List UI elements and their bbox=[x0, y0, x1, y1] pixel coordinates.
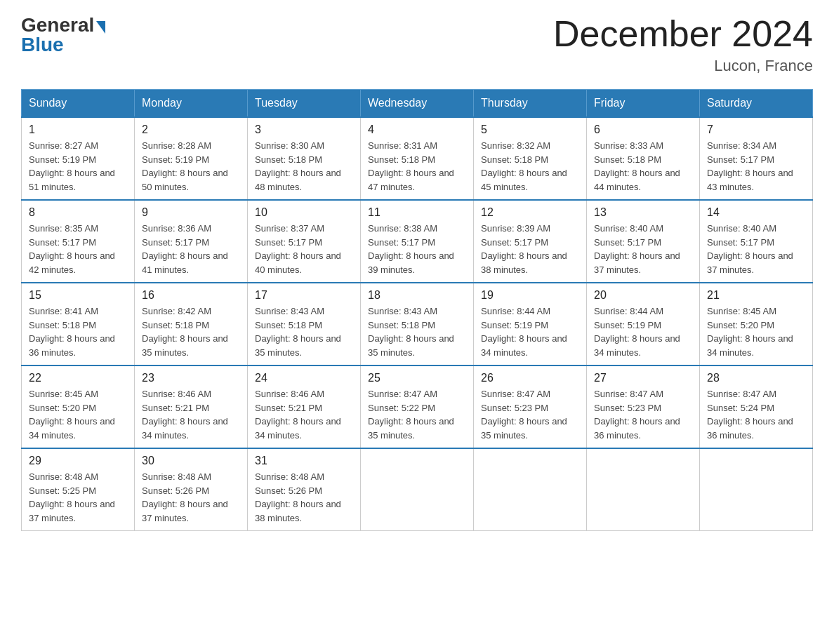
calendar-cell: 13 Sunrise: 8:40 AM Sunset: 5:17 PM Dayl… bbox=[587, 200, 700, 283]
page-header: General Blue December 2024 Lucon, France bbox=[21, 14, 813, 75]
calendar-cell: 3 Sunrise: 8:30 AM Sunset: 5:18 PM Dayli… bbox=[248, 117, 361, 200]
day-number: 26 bbox=[481, 372, 579, 384]
day-info: Sunrise: 8:38 AM Sunset: 5:17 PM Dayligh… bbox=[368, 222, 466, 276]
calendar-cell: 14 Sunrise: 8:40 AM Sunset: 5:17 PM Dayl… bbox=[700, 200, 813, 283]
calendar-cell: 10 Sunrise: 8:37 AM Sunset: 5:17 PM Dayl… bbox=[248, 200, 361, 283]
day-number: 24 bbox=[255, 372, 353, 384]
day-info: Sunrise: 8:37 AM Sunset: 5:17 PM Dayligh… bbox=[255, 222, 353, 276]
day-number: 21 bbox=[707, 289, 805, 302]
header-saturday: Saturday bbox=[700, 90, 813, 118]
calendar-cell: 27 Sunrise: 8:47 AM Sunset: 5:23 PM Dayl… bbox=[587, 365, 700, 448]
calendar-cell: 25 Sunrise: 8:47 AM Sunset: 5:22 PM Dayl… bbox=[361, 365, 474, 448]
calendar-cell: 28 Sunrise: 8:47 AM Sunset: 5:24 PM Dayl… bbox=[700, 365, 813, 448]
calendar-cell: 23 Sunrise: 8:46 AM Sunset: 5:21 PM Dayl… bbox=[135, 365, 248, 448]
day-info: Sunrise: 8:34 AM Sunset: 5:17 PM Dayligh… bbox=[707, 139, 805, 194]
day-number: 8 bbox=[29, 206, 127, 219]
calendar-cell bbox=[361, 448, 474, 531]
calendar-subtitle: Lucon, France bbox=[553, 57, 813, 75]
day-info: Sunrise: 8:36 AM Sunset: 5:17 PM Dayligh… bbox=[142, 222, 240, 276]
day-info: Sunrise: 8:47 AM Sunset: 5:24 PM Dayligh… bbox=[707, 387, 805, 442]
day-info: Sunrise: 8:48 AM Sunset: 5:26 PM Dayligh… bbox=[255, 470, 353, 525]
day-info: Sunrise: 8:45 AM Sunset: 5:20 PM Dayligh… bbox=[707, 304, 805, 359]
day-number: 12 bbox=[481, 206, 579, 219]
calendar-cell: 2 Sunrise: 8:28 AM Sunset: 5:19 PM Dayli… bbox=[135, 117, 248, 200]
calendar-title: December 2024 bbox=[553, 14, 813, 54]
calendar-cell: 6 Sunrise: 8:33 AM Sunset: 5:18 PM Dayli… bbox=[587, 117, 700, 200]
day-number: 3 bbox=[255, 123, 353, 136]
day-info: Sunrise: 8:47 AM Sunset: 5:22 PM Dayligh… bbox=[368, 387, 466, 442]
day-info: Sunrise: 8:48 AM Sunset: 5:25 PM Dayligh… bbox=[29, 470, 127, 525]
day-info: Sunrise: 8:40 AM Sunset: 5:17 PM Dayligh… bbox=[594, 222, 692, 276]
day-number: 13 bbox=[594, 206, 692, 219]
day-info: Sunrise: 8:31 AM Sunset: 5:18 PM Dayligh… bbox=[368, 139, 466, 194]
day-number: 17 bbox=[255, 289, 353, 302]
header-friday: Friday bbox=[587, 90, 700, 118]
day-info: Sunrise: 8:44 AM Sunset: 5:19 PM Dayligh… bbox=[481, 304, 579, 359]
day-number: 14 bbox=[707, 206, 805, 219]
day-info: Sunrise: 8:27 AM Sunset: 5:19 PM Dayligh… bbox=[29, 139, 127, 194]
day-number: 23 bbox=[142, 372, 240, 384]
day-number: 9 bbox=[142, 206, 240, 219]
calendar-cell: 1 Sunrise: 8:27 AM Sunset: 5:19 PM Dayli… bbox=[22, 117, 135, 200]
day-info: Sunrise: 8:28 AM Sunset: 5:19 PM Dayligh… bbox=[142, 139, 240, 194]
day-number: 18 bbox=[368, 289, 466, 302]
day-info: Sunrise: 8:42 AM Sunset: 5:18 PM Dayligh… bbox=[142, 304, 240, 359]
day-info: Sunrise: 8:46 AM Sunset: 5:21 PM Dayligh… bbox=[142, 387, 240, 442]
calendar-cell: 7 Sunrise: 8:34 AM Sunset: 5:17 PM Dayli… bbox=[700, 117, 813, 200]
calendar-cell: 9 Sunrise: 8:36 AM Sunset: 5:17 PM Dayli… bbox=[135, 200, 248, 283]
day-info: Sunrise: 8:30 AM Sunset: 5:18 PM Dayligh… bbox=[255, 139, 353, 194]
calendar-cell: 11 Sunrise: 8:38 AM Sunset: 5:17 PM Dayl… bbox=[361, 200, 474, 283]
day-number: 31 bbox=[255, 455, 353, 467]
calendar-header-row: Sunday Monday Tuesday Wednesday Thursday… bbox=[22, 90, 813, 118]
day-info: Sunrise: 8:35 AM Sunset: 5:17 PM Dayligh… bbox=[29, 222, 127, 276]
day-number: 7 bbox=[707, 123, 805, 136]
calendar-cell: 31 Sunrise: 8:48 AM Sunset: 5:26 PM Dayl… bbox=[248, 448, 361, 531]
day-number: 16 bbox=[142, 289, 240, 302]
day-info: Sunrise: 8:41 AM Sunset: 5:18 PM Dayligh… bbox=[29, 304, 127, 359]
header-sunday: Sunday bbox=[22, 90, 135, 118]
day-info: Sunrise: 8:48 AM Sunset: 5:26 PM Dayligh… bbox=[142, 470, 240, 525]
calendar-cell bbox=[474, 448, 587, 531]
day-info: Sunrise: 8:47 AM Sunset: 5:23 PM Dayligh… bbox=[481, 387, 579, 442]
calendar-cell bbox=[587, 448, 700, 531]
calendar-cell: 16 Sunrise: 8:42 AM Sunset: 5:18 PM Dayl… bbox=[135, 283, 248, 365]
calendar-cell: 22 Sunrise: 8:45 AM Sunset: 5:20 PM Dayl… bbox=[22, 365, 135, 448]
day-number: 22 bbox=[29, 372, 127, 384]
day-number: 15 bbox=[29, 289, 127, 302]
day-number: 30 bbox=[142, 455, 240, 467]
calendar-cell: 8 Sunrise: 8:35 AM Sunset: 5:17 PM Dayli… bbox=[22, 200, 135, 283]
day-number: 29 bbox=[29, 455, 127, 467]
calendar-cell: 4 Sunrise: 8:31 AM Sunset: 5:18 PM Dayli… bbox=[361, 117, 474, 200]
day-number: 4 bbox=[368, 123, 466, 136]
day-info: Sunrise: 8:47 AM Sunset: 5:23 PM Dayligh… bbox=[594, 387, 692, 442]
logo-triangle-icon bbox=[96, 21, 105, 34]
day-info: Sunrise: 8:39 AM Sunset: 5:17 PM Dayligh… bbox=[481, 222, 579, 276]
header-monday: Monday bbox=[135, 90, 248, 118]
day-number: 1 bbox=[29, 123, 127, 136]
calendar-week-1: 1 Sunrise: 8:27 AM Sunset: 5:19 PM Dayli… bbox=[22, 117, 813, 200]
day-info: Sunrise: 8:46 AM Sunset: 5:21 PM Dayligh… bbox=[255, 387, 353, 442]
calendar-cell: 15 Sunrise: 8:41 AM Sunset: 5:18 PM Dayl… bbox=[22, 283, 135, 365]
calendar-cell: 21 Sunrise: 8:45 AM Sunset: 5:20 PM Dayl… bbox=[700, 283, 813, 365]
header-thursday: Thursday bbox=[474, 90, 587, 118]
day-info: Sunrise: 8:43 AM Sunset: 5:18 PM Dayligh… bbox=[255, 304, 353, 359]
calendar-cell: 18 Sunrise: 8:43 AM Sunset: 5:18 PM Dayl… bbox=[361, 283, 474, 365]
calendar-cell: 29 Sunrise: 8:48 AM Sunset: 5:25 PM Dayl… bbox=[22, 448, 135, 531]
day-number: 20 bbox=[594, 289, 692, 302]
day-info: Sunrise: 8:32 AM Sunset: 5:18 PM Dayligh… bbox=[481, 139, 579, 194]
calendar-cell: 20 Sunrise: 8:44 AM Sunset: 5:19 PM Dayl… bbox=[587, 283, 700, 365]
calendar-cell: 12 Sunrise: 8:39 AM Sunset: 5:17 PM Dayl… bbox=[474, 200, 587, 283]
calendar-week-3: 15 Sunrise: 8:41 AM Sunset: 5:18 PM Dayl… bbox=[22, 283, 813, 365]
calendar-week-5: 29 Sunrise: 8:48 AM Sunset: 5:25 PM Dayl… bbox=[22, 448, 813, 531]
header-wednesday: Wednesday bbox=[361, 90, 474, 118]
calendar-cell: 5 Sunrise: 8:32 AM Sunset: 5:18 PM Dayli… bbox=[474, 117, 587, 200]
day-number: 6 bbox=[594, 123, 692, 136]
day-number: 10 bbox=[255, 206, 353, 219]
logo-blue-text: Blue bbox=[21, 34, 64, 56]
calendar-week-4: 22 Sunrise: 8:45 AM Sunset: 5:20 PM Dayl… bbox=[22, 365, 813, 448]
day-number: 11 bbox=[368, 206, 466, 219]
day-number: 25 bbox=[368, 372, 466, 384]
calendar-cell: 19 Sunrise: 8:44 AM Sunset: 5:19 PM Dayl… bbox=[474, 283, 587, 365]
logo: General Blue bbox=[21, 14, 105, 56]
calendar-table: Sunday Monday Tuesday Wednesday Thursday… bbox=[21, 89, 813, 531]
